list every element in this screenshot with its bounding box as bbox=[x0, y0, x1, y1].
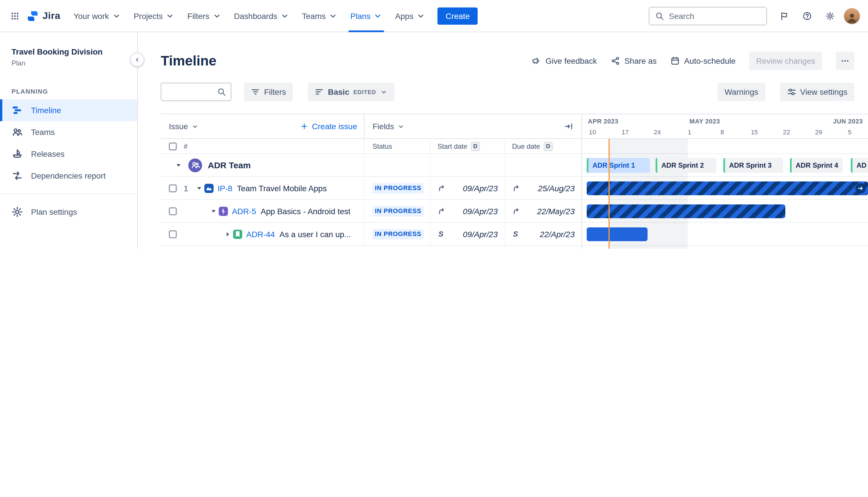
jira-logo[interactable]: Jira bbox=[26, 10, 60, 22]
sidebar-item-timeline[interactable]: Timeline bbox=[0, 99, 137, 121]
column-headers: # Status Start date D Due date D bbox=[161, 139, 868, 154]
global-search[interactable] bbox=[649, 6, 767, 25]
more-actions-button[interactable] bbox=[836, 52, 854, 70]
collapse-fields-button[interactable] bbox=[564, 122, 574, 131]
global-search-input[interactable] bbox=[669, 11, 761, 20]
status-badge: IN PROGRESS bbox=[373, 229, 424, 239]
chevron-down-icon bbox=[191, 123, 199, 130]
fields-header-label[interactable]: Fields bbox=[373, 122, 394, 131]
releases-icon bbox=[12, 148, 23, 159]
sprint-bar[interactable]: ADR Sprint 3 bbox=[723, 158, 783, 173]
user-avatar[interactable] bbox=[844, 8, 860, 24]
sidebar-item-dependencies-report[interactable]: Dependencies report bbox=[0, 165, 137, 186]
dependencies-icon bbox=[12, 170, 23, 181]
row-checkbox[interactable] bbox=[169, 207, 177, 215]
row-checkbox[interactable] bbox=[169, 184, 177, 192]
timeline-bar[interactable] bbox=[587, 182, 868, 195]
nav-item-your-work[interactable]: Your work bbox=[67, 0, 128, 32]
plan-search-input[interactable] bbox=[166, 87, 217, 97]
create-button[interactable]: Create bbox=[437, 7, 478, 24]
nav-item-label: Apps bbox=[395, 11, 414, 20]
select-all-checkbox[interactable] bbox=[169, 142, 177, 150]
nav-item-filters[interactable]: Filters bbox=[181, 0, 228, 32]
timeline-cell: ADR Sprint 1ADR Sprint 2ADR Sprint 3ADR … bbox=[582, 154, 868, 176]
auto-schedule-button[interactable]: Auto-schedule bbox=[670, 56, 736, 66]
share-as-label: Share as bbox=[624, 56, 656, 66]
timeline-tick-label: 29 bbox=[815, 129, 822, 136]
timeline-column-header bbox=[582, 139, 868, 153]
sidebar-collapse-button[interactable] bbox=[130, 53, 144, 67]
due-date-cell bbox=[505, 154, 582, 176]
due-date-cell: S22/Apr/23 bbox=[505, 223, 582, 245]
sidebar-item-teams[interactable]: Teams bbox=[0, 121, 137, 143]
start-date-cell: 09/Apr/23 bbox=[431, 177, 505, 199]
sidebar-section-label: PLANNING bbox=[0, 67, 137, 99]
sprint-bar[interactable]: ADR Sprint 4 bbox=[790, 158, 843, 173]
rollup-dates-icon bbox=[437, 207, 446, 215]
review-changes-button[interactable]: Review changes bbox=[750, 52, 822, 70]
nav-item-teams[interactable]: Teams bbox=[296, 0, 344, 32]
create-issue-label: Create issue bbox=[312, 122, 357, 131]
issue-key-link[interactable]: ADR-5 bbox=[232, 207, 256, 216]
nav-item-apps[interactable]: Apps bbox=[389, 0, 432, 32]
notifications-button[interactable] bbox=[775, 6, 793, 25]
plan-search[interactable] bbox=[161, 83, 231, 101]
chevron-down-icon bbox=[165, 11, 175, 20]
plus-icon bbox=[301, 122, 308, 130]
toolbar: Filters Basic EDITED Warnings View setti… bbox=[161, 83, 854, 101]
filter-icon bbox=[251, 87, 260, 97]
chevron-down-icon bbox=[112, 11, 121, 20]
issue-header-label[interactable]: Issue bbox=[169, 122, 188, 131]
view-selector-button[interactable]: Basic EDITED bbox=[308, 83, 394, 101]
settings-button[interactable] bbox=[821, 6, 839, 25]
person-icon bbox=[845, 11, 858, 24]
nav-item-dashboards[interactable]: Dashboards bbox=[228, 0, 296, 32]
sprint-bar[interactable]: ADR Sprint 1 bbox=[587, 158, 650, 173]
filters-button[interactable]: Filters bbox=[244, 83, 293, 101]
chevron-down-icon bbox=[329, 11, 338, 20]
date-value: 09/Apr/23 bbox=[463, 229, 498, 239]
create-issue-button[interactable]: Create issue bbox=[301, 122, 357, 131]
sidebar-item-releases[interactable]: Releases bbox=[0, 143, 137, 165]
view-settings-button[interactable]: View settings bbox=[780, 83, 854, 101]
caret-right-icon[interactable] bbox=[223, 230, 233, 238]
caret-down-icon[interactable] bbox=[173, 161, 184, 169]
sprint-bar[interactable]: AD bbox=[851, 158, 868, 173]
more-icon bbox=[840, 56, 850, 66]
gear-icon bbox=[825, 11, 835, 20]
issue-key-link[interactable]: ADR-44 bbox=[246, 229, 275, 239]
date-field-badge: D bbox=[471, 142, 480, 151]
app-switcher-button[interactable] bbox=[6, 6, 24, 25]
caret-down-icon[interactable] bbox=[208, 207, 219, 215]
chevron-down-icon bbox=[380, 88, 388, 96]
timeline-bar[interactable] bbox=[587, 227, 648, 241]
page-actions: Give feedback Share as Auto-schedule Rev… bbox=[532, 52, 854, 70]
warnings-button[interactable]: Warnings bbox=[718, 83, 765, 101]
plan-timeline: Issue Create issue Fields APR 2023MAY 20… bbox=[161, 114, 868, 248]
share-as-button[interactable]: Share as bbox=[610, 56, 656, 66]
sprint-date-icon: S bbox=[437, 230, 444, 238]
sidebar-item-label: Timeline bbox=[31, 105, 61, 115]
row-checkbox[interactable] bbox=[169, 230, 177, 238]
date-value: 22/Apr/23 bbox=[540, 229, 575, 239]
start-date-column-label: Start date bbox=[437, 142, 467, 150]
date-value: 09/Apr/23 bbox=[463, 207, 498, 216]
sprint-bar[interactable]: ADR Sprint 2 bbox=[655, 158, 717, 173]
issue-summary: As a user I can up... bbox=[279, 229, 351, 239]
help-button[interactable] bbox=[798, 6, 816, 25]
status-column-label: Status bbox=[373, 142, 392, 150]
nav-item-plans[interactable]: Plans bbox=[344, 0, 389, 32]
due-date-column-header: Due date D bbox=[505, 139, 582, 153]
timeline-bar[interactable] bbox=[587, 204, 785, 218]
give-feedback-button[interactable]: Give feedback bbox=[532, 56, 597, 66]
issue-key-link[interactable]: IP-8 bbox=[218, 183, 232, 193]
nav-item-projects[interactable]: Projects bbox=[128, 0, 181, 32]
nav-item-label: Your work bbox=[73, 11, 109, 20]
issue-cell: ADR-44As a user I can up... bbox=[161, 223, 364, 245]
sidebar: Travel Booking Division Plan PLANNING Ti… bbox=[0, 32, 138, 248]
timeline-icon bbox=[12, 104, 23, 116]
timeline-tick-label: 22 bbox=[783, 129, 790, 136]
sidebar-item-plan-settings[interactable]: Plan settings bbox=[0, 201, 137, 223]
issue-summary: App Basics - Android test bbox=[261, 207, 350, 216]
caret-down-icon[interactable] bbox=[194, 184, 204, 192]
